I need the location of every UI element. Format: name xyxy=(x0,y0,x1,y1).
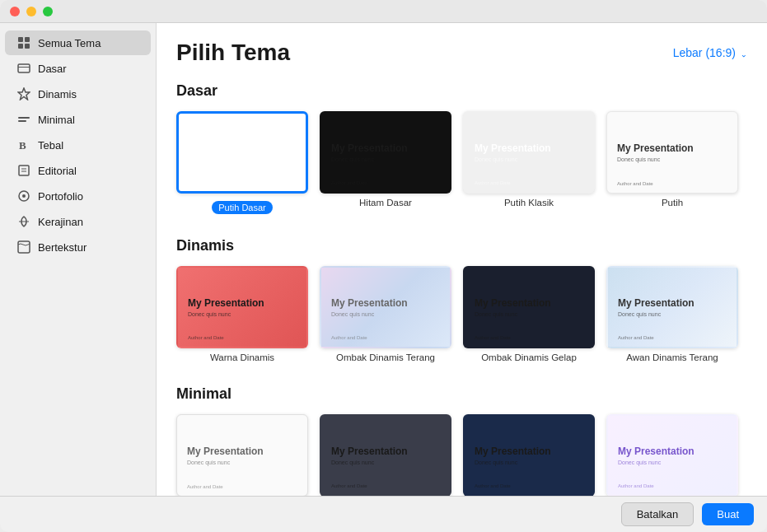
close-button[interactable] xyxy=(10,7,20,16)
sidebar-item-editorial[interactable]: Editorial xyxy=(5,158,151,183)
bottom-bar: Batalkan Buat xyxy=(0,496,767,532)
sidebar-item-dynamic[interactable]: Dinamis xyxy=(5,82,151,106)
theme-badge-putih-dasar: Putih Dasar xyxy=(212,201,272,214)
theme-item-hitam-dasar[interactable]: My PresentationDonec quis nuncAuthor and… xyxy=(320,111,451,214)
sidebar-item-label: Dinamis xyxy=(38,88,77,100)
theme-thumbnail-putih-klasik: My PresentationDonec quis nuncAuthor and… xyxy=(463,111,595,194)
section-title-dasar: Dasar xyxy=(176,82,747,100)
content-header: Pilih Tema Lebar (16:9) xyxy=(176,40,747,66)
textured-icon xyxy=(16,240,31,254)
theme-thumbnail-ombak-dinamis-terang: My PresentationDonec quis nuncAuthor and… xyxy=(320,266,451,348)
svg-rect-3 xyxy=(25,44,30,49)
theme-thumbnail-warna-dasar: My PresentationDonec quis nuncAuthor and… xyxy=(463,414,595,496)
theme-item-awan-dinamis-terang[interactable]: My PresentationDonec quis nuncAuthor and… xyxy=(606,266,738,362)
sidebar-item-bold[interactable]: BTebal xyxy=(5,133,151,157)
sidebar-item-label: Dasar xyxy=(38,63,67,75)
sidebar-item-label: Tebal xyxy=(38,139,63,152)
svg-point-13 xyxy=(22,194,26,198)
theme-item-ombak-dinamis-terang[interactable]: My PresentationDonec quis nuncAuthor and… xyxy=(320,266,451,362)
svg-rect-15 xyxy=(18,241,30,253)
theme-thumbnail-putih: My PresentationDonec quis nuncAuthor and… xyxy=(606,111,738,194)
sidebar-item-label: Portofolio xyxy=(38,190,83,203)
theme-thumbnail-awan-dinamis-terang: My PresentationDonec quis nuncAuthor and… xyxy=(606,266,738,348)
theme-label-putih: Putih xyxy=(662,198,683,208)
svg-rect-4 xyxy=(18,64,30,72)
section-dasar: DasarMy PresentationDonec quis nuncAutho… xyxy=(176,82,747,214)
theme-item-putih-dasar[interactable]: My PresentationDonec quis nuncAuthor and… xyxy=(176,111,308,214)
theme-label-ombak-dinamis-terang: Ombak Dinamis Terang xyxy=(336,352,435,362)
svg-rect-7 xyxy=(18,120,26,122)
page-title: Pilih Tema xyxy=(176,40,290,66)
sidebar-item-craft[interactable]: Kerajinan xyxy=(5,209,151,234)
titlebar xyxy=(0,0,767,23)
theme-item-gradien-warna-muda[interactable]: My PresentationDonec quis nuncAuthor and… xyxy=(606,414,738,496)
theme-label-awan-dinamis-terang: Awan Dinamis Terang xyxy=(626,352,718,362)
svg-rect-1 xyxy=(25,37,30,42)
main-container: Semua TemaDasarDinamisMinimalBTebalEdito… xyxy=(0,23,767,496)
theme-item-gelap-minimalis[interactable]: My PresentationDonec quis nuncAuthor and… xyxy=(320,414,451,496)
svg-rect-2 xyxy=(18,44,23,49)
theme-thumbnail-putih-dasar: My PresentationDonec quis nuncAuthor and… xyxy=(176,111,308,194)
sidebar-item-portfolio[interactable]: Portofolio xyxy=(5,184,151,208)
theme-thumbnail-terang-minimalis: My PresentationDonec quis nuncAuthor and… xyxy=(176,414,308,496)
section-minimal: MinimalMy PresentationDonec quis nuncAut… xyxy=(176,385,747,496)
theme-thumbnail-gradien-warna-muda: My PresentationDonec quis nuncAuthor and… xyxy=(606,414,738,496)
sections-container: DasarMy PresentationDonec quis nuncAutho… xyxy=(176,82,747,496)
theme-item-putih[interactable]: My PresentationDonec quis nuncAuthor and… xyxy=(606,111,738,214)
sidebar-item-label: Bertekstur xyxy=(38,241,87,254)
theme-label-putih-klasik: Putih Klasik xyxy=(504,198,554,208)
portfolio-icon xyxy=(16,189,31,203)
theme-label-warna-dinamis: Warna Dinamis xyxy=(210,352,274,362)
aspect-ratio-chevron xyxy=(739,46,747,59)
fullscreen-button[interactable] xyxy=(43,7,53,16)
craft-icon xyxy=(16,214,31,229)
all-icon xyxy=(16,35,31,50)
sidebar-item-textured[interactable]: Bertekstur xyxy=(5,235,151,259)
theme-thumbnail-ombak-dinamis-gelap: My PresentationDonec quis nuncAuthor and… xyxy=(463,266,595,348)
section-title-dinamis: Dinamis xyxy=(176,237,747,254)
theme-item-ombak-dinamis-gelap[interactable]: My PresentationDonec quis nuncAuthor and… xyxy=(463,266,595,362)
themes-grid-dasar: My PresentationDonec quis nuncAuthor and… xyxy=(176,111,747,214)
basic-icon xyxy=(16,61,31,76)
cancel-button[interactable]: Batalkan xyxy=(621,502,695,526)
minimal-icon xyxy=(16,112,31,127)
themes-grid-minimal: My PresentationDonec quis nuncAuthor and… xyxy=(176,414,747,496)
bold-icon: B xyxy=(16,138,31,152)
theme-item-warna-dinamis[interactable]: My PresentationDonec quis nuncAuthor and… xyxy=(176,266,308,362)
content-area: Pilih Tema Lebar (16:9) DasarMy Presenta… xyxy=(157,23,767,496)
section-dinamis: DinamisMy PresentationDonec quis nuncAut… xyxy=(176,237,747,362)
section-title-minimal: Minimal xyxy=(176,385,747,403)
theme-thumbnail-hitam-dasar: My PresentationDonec quis nuncAuthor and… xyxy=(320,111,451,194)
theme-label-ombak-dinamis-gelap: Ombak Dinamis Gelap xyxy=(481,352,577,362)
aspect-ratio-label: Lebar (16:9) xyxy=(673,46,736,59)
dynamic-icon xyxy=(16,86,31,101)
aspect-ratio-selector[interactable]: Lebar (16:9) xyxy=(673,46,747,59)
svg-rect-0 xyxy=(18,37,23,42)
sidebar: Semua TemaDasarDinamisMinimalBTebalEdito… xyxy=(0,23,157,496)
themes-grid-dinamis: My PresentationDonec quis nuncAuthor and… xyxy=(176,266,747,362)
theme-thumbnail-gelap-minimalis: My PresentationDonec quis nuncAuthor and… xyxy=(320,414,451,496)
sidebar-item-label: Editorial xyxy=(38,165,77,177)
theme-item-warna-dasar[interactable]: My PresentationDonec quis nuncAuthor and… xyxy=(463,414,595,496)
create-button[interactable]: Buat xyxy=(702,503,754,525)
sidebar-item-basic[interactable]: Dasar xyxy=(5,56,151,81)
svg-rect-6 xyxy=(18,117,30,119)
svg-rect-9 xyxy=(19,166,29,175)
sidebar-item-label: Kerajinan xyxy=(38,216,83,228)
theme-label-hitam-dasar: Hitam Dasar xyxy=(359,198,412,208)
editorial-icon xyxy=(16,163,31,178)
sidebar-item-label: Minimal xyxy=(38,114,75,126)
sidebar-item-minimal[interactable]: Minimal xyxy=(5,107,151,132)
sidebar-item-all[interactable]: Semua Tema xyxy=(5,30,151,55)
svg-text:B: B xyxy=(19,139,26,152)
theme-item-terang-minimalis[interactable]: My PresentationDonec quis nuncAuthor and… xyxy=(176,414,308,496)
minimize-button[interactable] xyxy=(26,7,36,16)
theme-thumbnail-warna-dinamis: My PresentationDonec quis nuncAuthor and… xyxy=(176,266,308,348)
theme-item-putih-klasik[interactable]: My PresentationDonec quis nuncAuthor and… xyxy=(463,111,595,214)
sidebar-item-label: Semua Tema xyxy=(38,37,101,49)
